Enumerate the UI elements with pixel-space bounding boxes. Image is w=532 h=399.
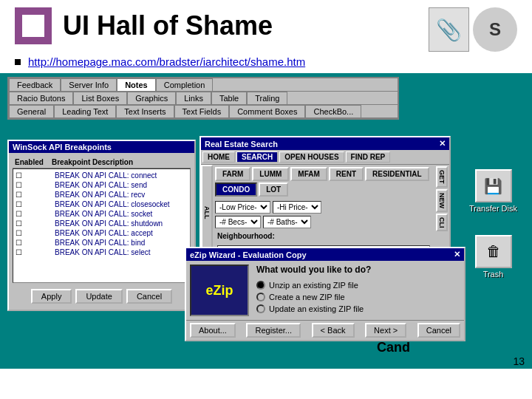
table-row: ☐ BREAK ON API CALL: bind: [16, 239, 188, 247]
ezip-option-1: Create a new ZIP file: [256, 293, 460, 301]
bp-col2-header: Breakpoint Description: [52, 158, 188, 166]
winsock-titlebar: WinSock API Breakpoints: [9, 141, 194, 153]
bullet-icon: [15, 59, 21, 65]
property-types: FARM LUMM MFAM RENT RESIDENTIAL CONDO LO…: [213, 165, 434, 199]
about-button[interactable]: About...: [190, 323, 236, 338]
nav-home[interactable]: HOME: [202, 151, 235, 163]
radio-update[interactable]: [256, 304, 265, 313]
prop-rent[interactable]: RENT: [329, 167, 364, 181]
new-button[interactable]: NEW: [436, 189, 448, 212]
table-row: ☐ BREAK ON API CALL: closesocket: [16, 200, 188, 208]
update-button[interactable]: Update: [75, 289, 122, 304]
hi-price-filter[interactable]: -Hi Price-: [273, 201, 321, 214]
table-row: ☐ BREAK ON API CALL: socket: [16, 210, 188, 218]
bp-desc-3: BREAK ON API CALL: closesocket: [55, 200, 170, 208]
realestate-titlebar: Real Estate Search ✕: [201, 137, 449, 150]
realestate-close-icon[interactable]: ✕: [439, 139, 446, 149]
realestate-title: Real Estate Search: [205, 140, 278, 149]
tab-completion[interactable]: Completion: [156, 78, 214, 91]
tab-row-3: General Leading Text Text Inserts Text F…: [9, 105, 398, 118]
prop-residential[interactable]: RESIDENTIAL: [365, 167, 429, 181]
tab-server-info[interactable]: Server Info: [61, 78, 117, 91]
prop-lumm[interactable]: LUMM: [252, 167, 289, 181]
register-button[interactable]: Register...: [246, 323, 301, 338]
tab-racio-butons[interactable]: Racio Butons: [9, 92, 73, 104]
header-icon: [15, 7, 52, 44]
logo-icon: S: [473, 7, 517, 52]
tab-table[interactable]: Table: [211, 92, 247, 104]
tab-text-fields[interactable]: Text Fields: [174, 105, 230, 117]
nav-search[interactable]: SEARCH: [236, 151, 278, 163]
ezip-content: eZip What would you like to do? Unzip an…: [186, 261, 464, 320]
realestate-window: Real Estate Search ✕ HOME SEARCH OPEN HO…: [200, 136, 451, 262]
tab-feedback[interactable]: Feedback: [9, 78, 61, 91]
cli-button[interactable]: CLI: [436, 214, 448, 232]
ezip-option-label-0: Unzip an existing ZIP file: [269, 281, 358, 290]
price-filter-row: -Low Price- -Hi Price-: [215, 201, 432, 214]
bp-desc-8: BREAK ON API CALL: select: [55, 248, 151, 256]
table-row: ☐ BREAK ON API CALL: shutdown: [16, 219, 188, 228]
tab-list-boxes[interactable]: List Boxes: [73, 92, 127, 104]
disk-label: Transfer Disk: [469, 204, 517, 213]
nav-find-rep[interactable]: FIND REP: [346, 151, 391, 163]
beds-filter[interactable]: -# Becs-: [215, 216, 261, 228]
right-panel: 💾 Transfer Disk 🗑 Trash: [458, 77, 528, 279]
bp-enabled-6: ☐: [16, 229, 52, 237]
neighbourhood-label: Neighbourhood:: [215, 231, 277, 242]
tab-window: Feedback Server Info Notes Completion Ra…: [7, 77, 399, 120]
tab-general[interactable]: General: [9, 105, 54, 117]
winsock-cancel-button[interactable]: Cancel: [126, 289, 172, 304]
tab-traling[interactable]: Traling: [247, 92, 287, 104]
cancel-button[interactable]: Cancel: [417, 323, 460, 338]
low-price-filter[interactable]: -Low Price-: [215, 201, 270, 214]
get-button[interactable]: GET: [436, 166, 448, 188]
bp-desc-1: BREAK ON API CALL: send: [55, 181, 147, 189]
bp-desc-4: BREAK ON API CALL: socket: [55, 210, 152, 218]
tab-comment-boxes[interactable]: Comment Boxes: [229, 105, 305, 117]
prop-mfam[interactable]: MFAM: [290, 167, 327, 181]
ezip-footer: About... Register... < Back Next > Cance…: [186, 320, 464, 340]
radio-unzip[interactable]: [256, 281, 265, 290]
ezip-option-0: Unzip an existing ZIP file: [256, 281, 460, 290]
tab-links[interactable]: Links: [176, 92, 211, 104]
trash-image[interactable]: 🗑: [475, 235, 512, 268]
nav-open-houses[interactable]: OPEN HOUSES: [279, 151, 344, 163]
table-row: ☐ BREAK ON API CALL: select: [16, 248, 188, 256]
tab-leading-text[interactable]: Leading Text: [54, 105, 116, 117]
clip-icon: 📎: [429, 7, 469, 52]
ezip-option-label-1: Create a new ZIP file: [269, 293, 345, 301]
ezip-option-2: Update an existing ZIP file: [256, 304, 460, 313]
radio-create[interactable]: [256, 293, 265, 301]
prop-farm[interactable]: FARM: [215, 167, 250, 181]
tab-row-1: Feedback Server Info Notes Completion: [9, 78, 398, 92]
bp-enabled-7: ☐: [16, 239, 52, 247]
tab-graphics[interactable]: Graphics: [127, 92, 176, 104]
bp-desc-5: BREAK ON API CALL: shutdown: [55, 219, 163, 228]
realestate-nav: HOME SEARCH OPEN HOUSES FIND REP: [201, 150, 449, 165]
ezip-logo-text: eZip: [205, 283, 233, 299]
page-number: 13: [513, 355, 525, 367]
shame-link[interactable]: http://homepage.mac.com/bradster/iarchit…: [28, 55, 305, 68]
disk-image[interactable]: 💾: [475, 169, 512, 202]
bp-list: ☐ BREAK ON API CALL: connect ☐ BREAK ON …: [13, 168, 191, 283]
back-button[interactable]: < Back: [312, 323, 355, 338]
bp-enabled-5: ☐: [16, 219, 52, 228]
bp-desc-6: BREAK ON API CALL: accept: [55, 229, 153, 237]
ezip-option-label-2: Update an existing ZIP file: [269, 304, 364, 313]
link-row: http://homepage.mac.com/bradster/iarchit…: [0, 52, 532, 72]
screenshot-area: Feedback Server Info Notes Completion Ra…: [0, 73, 532, 369]
bp-enabled-3: ☐: [16, 200, 52, 208]
winsock-content: Enabled Breakpoint Description ☐ BREAK O…: [9, 153, 194, 310]
tab-checkboxes[interactable]: CheckBo...: [305, 105, 361, 117]
baths-filter[interactable]: -# Baths-: [263, 216, 311, 228]
tab-text-inserts[interactable]: Text Inserts: [116, 105, 174, 117]
apply-button[interactable]: Apply: [31, 289, 72, 304]
bp-desc-7: BREAK ON API CALL: bind: [55, 239, 145, 247]
prop-lot[interactable]: LOT: [259, 183, 288, 197]
prop-condo[interactable]: CONDO: [215, 183, 257, 197]
ezip-titlebar: eZip Wizard - Evaluation Copy ✕: [186, 248, 464, 261]
next-button[interactable]: Next >: [365, 323, 406, 338]
tab-notes[interactable]: Notes: [117, 78, 156, 91]
ezip-title: eZip Wizard - Evaluation Copy: [190, 250, 307, 259]
page-title: UI Hall of Shame: [63, 10, 273, 41]
